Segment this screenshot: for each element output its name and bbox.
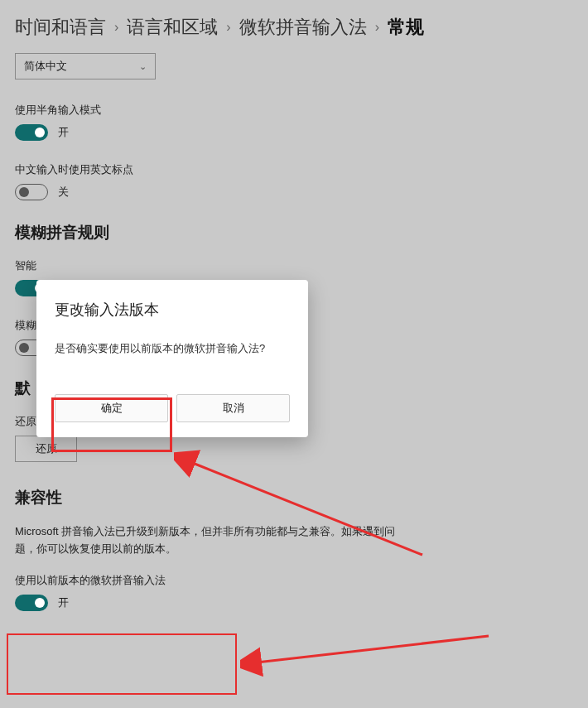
chevron-right-icon: › [114, 20, 118, 35]
charset-dropdown[interactable]: 简体中文 ⌄ [15, 53, 156, 79]
dialog-ok-button[interactable]: 确定 [55, 394, 168, 422]
halfwidth-state: 开 [58, 125, 69, 140]
english-punct-state: 关 [58, 185, 69, 200]
smart-fuzzy-label: 智能 [15, 258, 573, 273]
confirm-dialog: 更改输入法版本 是否确实要使用以前版本的微软拼音输入法? 确定 取消 [36, 280, 308, 437]
chevron-down-icon: ⌄ [139, 61, 147, 72]
breadcrumb-item-time-language[interactable]: 时间和语言 [15, 15, 106, 40]
english-punct-label: 中文输入时使用英文标点 [15, 162, 573, 177]
compat-toggle-label: 使用以前版本的微软拼音输入法 [15, 573, 573, 588]
chevron-right-icon: › [226, 20, 230, 35]
fuzzy-heading: 模糊拼音规则 [15, 222, 573, 243]
breadcrumb-current: 常规 [388, 15, 424, 40]
dialog-message: 是否确实要使用以前版本的微软拼音输入法? [55, 341, 290, 356]
breadcrumb-item-language-region[interactable]: 语言和区域 [127, 15, 218, 40]
svg-line-1 [257, 636, 489, 662]
compat-heading: 兼容性 [15, 487, 573, 508]
dialog-cancel-button[interactable]: 取消 [176, 394, 290, 422]
breadcrumb: 时间和语言 › 语言和区域 › 微软拼音输入法 › 常规 [0, 0, 588, 50]
dialog-title: 更改输入法版本 [55, 300, 290, 320]
english-punct-toggle[interactable] [15, 184, 48, 200]
annotation-box-compat [7, 633, 237, 695]
restore-button[interactable]: 还原 [15, 436, 77, 462]
compat-toggle[interactable] [15, 595, 48, 611]
dropdown-selected: 简体中文 [24, 59, 67, 74]
compat-toggle-state: 开 [58, 595, 69, 610]
compat-description: Microsoft 拼音输入法已升级到新版本，但并非所有功能都与之兼容。如果遇到… [15, 523, 412, 558]
breadcrumb-item-ms-pinyin[interactable]: 微软拼音输入法 [239, 15, 367, 40]
halfwidth-toggle[interactable] [15, 124, 48, 141]
chevron-right-icon: › [375, 20, 379, 35]
annotation-arrow-bottom [240, 629, 505, 696]
halfwidth-label: 使用半角输入模式 [15, 103, 573, 118]
